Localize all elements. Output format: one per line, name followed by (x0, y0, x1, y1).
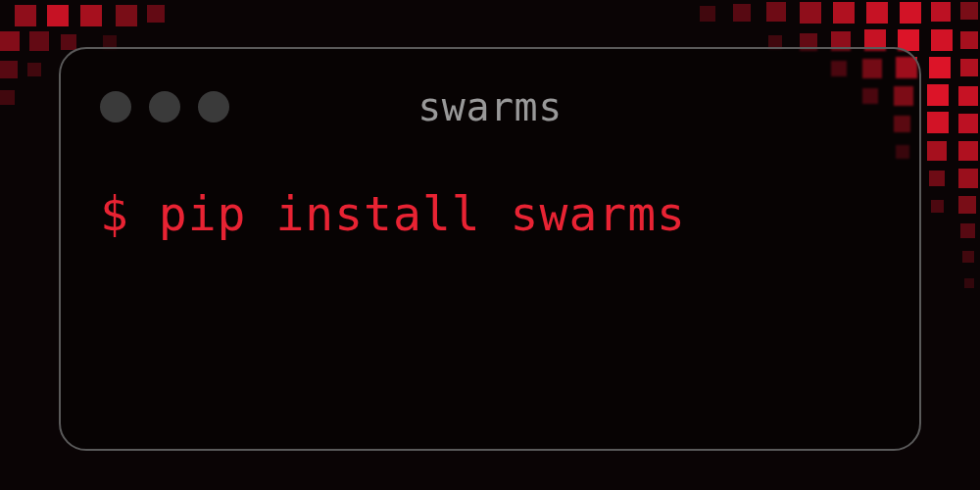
prompt-symbol: $ (100, 186, 159, 241)
minimize-icon[interactable] (149, 91, 180, 122)
command-line: $ pip install swarms (100, 186, 880, 241)
terminal-body[interactable]: $ pip install swarms (61, 137, 919, 290)
command-text: pip install swarms (159, 186, 686, 241)
maximize-icon[interactable] (198, 91, 229, 122)
titlebar: swarms (61, 49, 919, 137)
traffic-lights (100, 91, 229, 122)
terminal-window: swarms $ pip install swarms (59, 47, 921, 451)
close-icon[interactable] (100, 91, 131, 122)
